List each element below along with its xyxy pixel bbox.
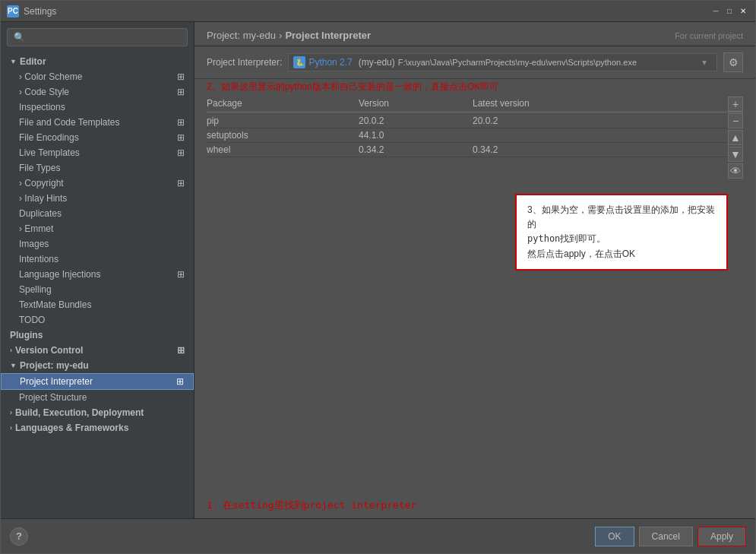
- sidebar-item-inspections[interactable]: Inspections: [1, 100, 194, 115]
- step1-bar: 1、在setting里找到project interpreter: [195, 492, 755, 518]
- sidebar-group-languages-label: Languages & Frameworks: [15, 423, 128, 433]
- sidebar-item-intentions[interactable]: Intentions: [1, 252, 194, 267]
- footer-left: ?: [10, 527, 28, 546]
- close-button[interactable]: ✕: [737, 5, 749, 17]
- sidebar-item-images[interactable]: Images: [1, 236, 194, 252]
- cell-wheel-package: wheel: [207, 144, 359, 155]
- col-package-header: Package: [207, 98, 359, 109]
- interpreter-select[interactable]: 🐍 Python 2.7 (my-edu) F:\xuyan\Java\Pych…: [288, 53, 717, 71]
- sidebar-item-todo[interactable]: TODO: [1, 312, 194, 328]
- annotation3-line1: 3、如果为空，需要点击设置里的添加，把安装的: [527, 204, 715, 230]
- packages-wrapper: Package Version Latest version pip 20.0.…: [195, 95, 755, 518]
- col-version-header: Version: [359, 98, 473, 109]
- expand-arrow-build: ›: [10, 409, 12, 416]
- file-encodings-icon: ⊞: [177, 132, 185, 143]
- sidebar-item-color-scheme[interactable]: › Color Scheme ⊞: [1, 69, 194, 84]
- sidebar-item-emmet-label: › Emmet: [19, 223, 53, 234]
- sidebar-item-inspections-label: Inspections: [19, 102, 65, 112]
- sidebar-group-project[interactable]: ▼ Project: my-edu: [1, 358, 194, 373]
- sidebar-item-copyright-label: › Copyright: [19, 178, 64, 188]
- cell-wheel-latest: 0.34.2: [473, 144, 743, 155]
- help-button[interactable]: ?: [10, 527, 28, 546]
- cell-setuptools-latest: [473, 130, 743, 141]
- sidebar-item-duplicates[interactable]: Duplicates: [1, 206, 194, 221]
- interpreter-settings-button[interactable]: ⚙: [723, 52, 743, 72]
- interpreter-env: (my-edu): [359, 57, 395, 68]
- sidebar-group-build[interactable]: › Build, Execution, Deployment: [1, 405, 194, 420]
- sidebar: ▼ Editor › Color Scheme ⊞ › Code Style ⊞…: [1, 22, 195, 518]
- remove-package-button[interactable]: −: [728, 113, 743, 128]
- sidebar-section-plugins-label: Plugins: [10, 330, 43, 340]
- sidebar-group-languages[interactable]: › Languages & Frameworks: [1, 420, 194, 435]
- copyright-icon: ⊞: [177, 178, 185, 188]
- cell-pip-version: 20.0.2: [359, 116, 473, 126]
- sidebar-item-textmate[interactable]: TextMate Bundles: [1, 297, 194, 312]
- sidebar-item-duplicates-label: Duplicates: [19, 208, 62, 219]
- interpreter-name: Python 2.7: [308, 57, 352, 68]
- sidebar-item-spelling[interactable]: Spelling: [1, 282, 194, 297]
- add-package-button[interactable]: +: [728, 97, 743, 112]
- step1-text: 1、在setting里找到project interpreter: [207, 499, 416, 511]
- sidebar-item-emmet[interactable]: › Emmet: [1, 221, 194, 236]
- interpreter-path: F:\xuyan\Java\PycharmProjects\my-edu\ven…: [398, 58, 694, 67]
- color-scheme-icon: ⊞: [177, 71, 185, 82]
- file-templates-icon: ⊞: [177, 117, 185, 128]
- annotation3-box: 3、如果为空，需要点击设置里的添加，把安装的 python找到即可。 然后点击a…: [515, 194, 728, 271]
- cancel-button[interactable]: Cancel: [639, 527, 693, 546]
- scroll-down-button[interactable]: ▼: [728, 147, 743, 162]
- breadcrumb: Project: my-edu › Project Interpreter: [207, 30, 371, 41]
- sidebar-item-language-injections[interactable]: Language Injections ⊞: [1, 267, 194, 282]
- scroll-up-button[interactable]: ▲: [728, 130, 743, 145]
- sidebar-group-version-control[interactable]: › Version Control ⊞: [1, 343, 194, 358]
- sidebar-item-spelling-label: Spelling: [19, 284, 52, 295]
- cell-wheel-version: 0.34.2: [359, 144, 473, 155]
- table-row[interactable]: setuptools 44.1.0: [207, 128, 743, 143]
- annotation2-bar: 2、如果这里显示的python版本和自己安装的是一致的，直接点击OK即可: [195, 79, 755, 95]
- sidebar-item-images-label: Images: [19, 239, 49, 249]
- sidebar-item-file-templates[interactable]: File and Code Templates ⊞: [1, 115, 194, 130]
- language-injections-icon: ⊞: [177, 269, 185, 280]
- sidebar-item-file-types-label: File Types: [19, 163, 60, 173]
- sidebar-item-language-injections-label: Language Injections: [19, 269, 100, 280]
- cell-setuptools-package: setuptools: [207, 130, 359, 141]
- main-panel: Project: my-edu › Project Interpreter Fo…: [195, 22, 755, 518]
- sidebar-group-editor-label: Editor: [20, 56, 46, 67]
- live-templates-icon: ⊞: [177, 147, 185, 158]
- sidebar-item-code-style[interactable]: › Code Style ⊞: [1, 84, 194, 100]
- cell-pip-latest: 20.0.2: [473, 116, 743, 126]
- sidebar-item-project-structure[interactable]: Project Structure: [1, 390, 194, 405]
- table-header: Package Version Latest version: [207, 95, 743, 112]
- project-interpreter-icon: ⊞: [176, 376, 184, 387]
- table-row[interactable]: wheel 0.34.2 0.34.2: [207, 143, 743, 157]
- ok-button[interactable]: OK: [595, 527, 634, 546]
- breadcrumb-project: Project: my-edu: [207, 30, 276, 41]
- inspect-package-button[interactable]: 👁: [728, 163, 743, 179]
- minimize-button[interactable]: ─: [710, 5, 722, 17]
- dropdown-arrow-icon[interactable]: ▾: [697, 57, 712, 68]
- apply-button[interactable]: Apply: [697, 527, 746, 546]
- restore-button[interactable]: □: [723, 5, 735, 17]
- sidebar-item-todo-label: TODO: [19, 315, 45, 325]
- gear-icon: ⚙: [729, 56, 739, 68]
- breadcrumb-current: Project Interpreter: [285, 30, 371, 41]
- sidebar-item-file-types[interactable]: File Types: [1, 160, 194, 176]
- sidebar-item-file-encodings[interactable]: File Encodings ⊞: [1, 130, 194, 145]
- expand-arrow-project: ▼: [10, 362, 17, 369]
- sidebar-item-project-structure-label: Project Structure: [19, 392, 87, 403]
- expand-arrow-vc: ›: [10, 347, 12, 354]
- sidebar-item-inlay-hints[interactable]: › Inlay Hints: [1, 191, 194, 206]
- sidebar-item-project-interpreter[interactable]: Project Interpreter ⊞: [1, 373, 194, 390]
- settings-dialog: PC Settings ─ □ ✕ ▼ Editor › Color Schem…: [0, 0, 756, 554]
- table-row[interactable]: pip 20.0.2 20.0.2: [207, 114, 743, 128]
- sidebar-item-file-templates-label: File and Code Templates: [19, 117, 120, 128]
- search-box: [1, 22, 194, 52]
- dialog-footer: ? OK Cancel Apply: [1, 518, 755, 553]
- app-icon: PC: [7, 5, 19, 17]
- nav-tree: ▼ Editor › Color Scheme ⊞ › Code Style ⊞…: [1, 52, 194, 518]
- search-input[interactable]: [7, 28, 188, 46]
- sidebar-group-editor[interactable]: ▼ Editor: [1, 54, 194, 69]
- sidebar-item-copyright[interactable]: › Copyright ⊞: [1, 176, 194, 191]
- sidebar-item-live-templates[interactable]: Live Templates ⊞: [1, 145, 194, 160]
- sidebar-section-plugins[interactable]: Plugins: [1, 328, 194, 343]
- sidebar-group-project-label: Project: my-edu: [20, 360, 89, 371]
